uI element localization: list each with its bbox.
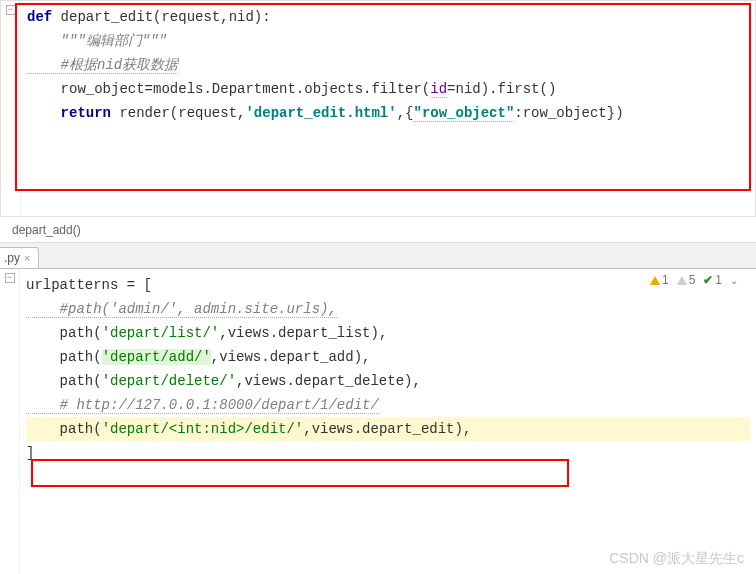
code-line: path('depart/delete/',views.depart_delet…: [26, 369, 750, 393]
code-area-bottom[interactable]: urlpatterns = [ #path('admin/', admin.si…: [20, 269, 756, 469]
gutter: −: [0, 269, 20, 574]
fold-icon[interactable]: −: [6, 5, 16, 15]
code-line: path('depart/list/',views.depart_list),: [26, 321, 750, 345]
tab-label: .py: [4, 251, 20, 265]
warning-icon: [650, 276, 660, 285]
code-line: row_object=models.Department.objects.fil…: [27, 77, 749, 101]
top-editor-pane: − def depart_edit(request,nid): """编辑部门"…: [0, 0, 756, 217]
inspection-badges[interactable]: 1 5 ✔1 ⌄: [650, 273, 738, 287]
weak-warning-icon: [677, 276, 687, 285]
code-line: return render(request,'depart_edit.html'…: [27, 101, 749, 125]
code-line: path('depart/add/',views.depart_add),: [26, 345, 750, 369]
code-line: """编辑部门""": [27, 29, 749, 53]
close-icon[interactable]: ×: [24, 252, 30, 264]
gutter: −: [1, 1, 21, 216]
ok-badge: ✔1: [703, 273, 722, 287]
code-area-top[interactable]: def depart_edit(request,nid): """编辑部门"""…: [21, 1, 755, 129]
weak-warning-badge: 5: [677, 273, 696, 287]
check-icon: ✔: [703, 273, 713, 287]
warning-badge: 1: [650, 273, 669, 287]
code-line: path('depart/<int:nid>/edit/',views.depa…: [26, 417, 750, 441]
bottom-editor-pane: − 1 5 ✔1 ⌄ urlpatterns = [ #path('admin/…: [0, 269, 756, 574]
tab-py[interactable]: .py ×: [0, 247, 39, 268]
chevron-down-icon[interactable]: ⌄: [730, 275, 738, 286]
code-line: ]: [26, 441, 750, 465]
fold-icon[interactable]: −: [5, 273, 15, 283]
tab-bar: .py ×: [0, 243, 756, 269]
code-line: #根据nid获取数据: [27, 53, 749, 77]
code-line: urlpatterns = [: [26, 273, 750, 297]
code-line: def depart_edit(request,nid):: [27, 5, 749, 29]
code-line: # http://127.0.0.1:8000/depart/1/edit/: [26, 393, 750, 417]
breadcrumb[interactable]: depart_add(): [0, 217, 756, 243]
code-line: #path('admin/', admin.site.urls),: [26, 297, 750, 321]
